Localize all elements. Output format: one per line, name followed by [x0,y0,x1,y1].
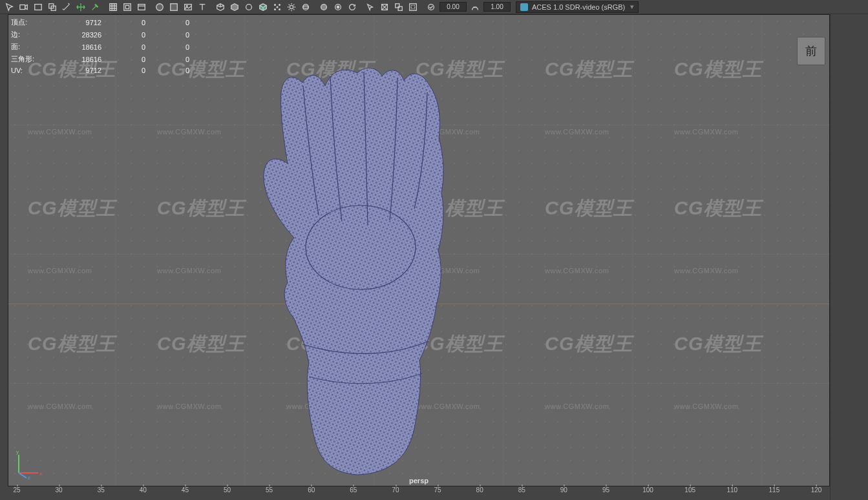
stat-row: 面:1861600 [11,41,189,53]
canvas-icon[interactable] [121,1,134,13]
ruler-tick: 110 [726,486,737,494]
xray-a-icon[interactable] [378,1,391,13]
camera-icon[interactable] [17,1,30,13]
isolate-b-icon[interactable] [332,1,344,13]
svg-rect-25 [398,6,402,10]
gamma-reset-icon[interactable] [469,1,482,13]
view-cube-label: 前 [805,43,817,59]
stat-row: 边:2832600 [11,28,189,41]
ruler-tick: 100 [642,486,653,494]
grid-icon[interactable] [107,1,120,13]
stat-row: UV:971200 [11,65,189,76]
svg-rect-24 [396,3,399,7]
cube-a-icon[interactable] [214,1,227,13]
ruler-tick: 65 [350,486,357,494]
ruler-tick: 115 [769,486,780,494]
stat-row: 三角形:1861600 [11,53,189,65]
dots-icon[interactable] [271,1,284,13]
svg-point-10 [186,5,187,6]
svg-point-16 [277,6,278,8]
shade-b-icon[interactable] [167,1,180,13]
svg-point-19 [303,6,309,8]
probe-icon[interactable] [89,1,101,13]
viewport[interactable]: 顶点:971200边:2832600面:1861600三角形:1861600UV… [8,14,830,486]
exposure-field[interactable] [439,2,467,12]
svg-text:y: y [16,449,19,455]
ruler-tick: 80 [476,486,483,494]
overlap-icon[interactable] [46,1,59,13]
ruler-tick: 95 [602,486,609,494]
xray-c-icon[interactable] [407,1,419,13]
svg-rect-0 [20,5,25,9]
wireframe-model[interactable] [248,41,467,480]
circle-icon[interactable] [242,1,255,13]
move-select-icon[interactable] [74,1,87,13]
tool-cursor-icon[interactable] [3,1,16,13]
color-swatch-icon [520,3,528,11]
right-panel [830,14,868,500]
window-icon[interactable] [135,1,148,13]
ruler-tick: 25 [13,486,20,494]
axis-gizmo: y x z [12,447,45,479]
svg-point-12 [275,4,276,5]
ruler-tick: 105 [684,486,695,494]
shade-a-icon[interactable] [153,1,166,13]
svg-point-20 [321,4,327,10]
svg-point-7 [156,3,164,10]
ruler-tick: 30 [56,486,63,494]
sphere-icon[interactable] [299,1,312,13]
svg-text:z: z [28,475,30,479]
svg-rect-4 [124,3,131,10]
exposure-reset-icon[interactable] [425,1,438,13]
time-ruler[interactable]: 2530354045505560657075808590951001051101… [8,486,830,500]
gamma-field[interactable] [483,2,511,12]
ruler-tick: 55 [266,486,273,494]
ruler-tick: 40 [140,486,147,494]
svg-rect-1 [35,4,42,10]
ruler-tick: 50 [224,486,231,494]
polycount-hud: 顶点:971200边:2832600面:1861600三角形:1861600UV… [11,16,189,76]
cube-b-icon[interactable] [228,1,241,13]
svg-text:x: x [39,471,42,477]
ruler-tick: 35 [98,486,105,494]
cube-c-icon[interactable] [257,1,270,13]
color-space-label: ACES 1.0 SDR-video (sRGB) [532,3,625,11]
stat-row: 顶点:971200 [11,16,189,28]
svg-point-13 [279,4,281,5]
svg-rect-5 [125,5,129,8]
wand-icon[interactable] [60,1,73,13]
svg-point-18 [303,4,309,10]
ruler-tick: 90 [560,486,567,494]
svg-rect-8 [171,3,178,10]
ruler-tick: 85 [518,486,525,494]
ruler-tick: 75 [434,486,441,494]
rect-icon[interactable] [32,1,45,13]
svg-point-15 [279,8,281,10]
align-pointer-icon[interactable] [364,1,377,13]
svg-point-14 [275,8,276,10]
isolate-a-icon[interactable] [317,1,330,13]
light-icon[interactable] [285,1,298,13]
left-edge-panel [0,14,8,500]
ruler-tick: 120 [811,486,822,494]
ruler-tick: 45 [182,486,189,494]
view-cube[interactable]: 前 [797,37,825,65]
chevron-down-icon: ▾ [630,3,634,11]
refresh-icon[interactable] [346,1,359,13]
ruler-tick: 70 [392,486,399,494]
svg-rect-6 [138,4,145,10]
svg-rect-26 [410,3,417,10]
text-icon[interactable] [196,1,209,13]
image-icon[interactable] [182,1,195,13]
ruler-tick: 60 [308,486,315,494]
camera-label: persp [409,477,429,484]
svg-line-33 [19,473,26,478]
svg-point-17 [290,5,293,8]
xray-b-icon[interactable] [392,1,405,13]
svg-point-22 [337,6,339,8]
top-toolbar: ACES 1.0 SDR-video (sRGB) ▾ [0,0,868,14]
svg-point-11 [246,4,252,10]
svg-rect-27 [411,5,414,8]
color-space-dropdown[interactable]: ACES 1.0 SDR-video (sRGB) ▾ [516,1,639,13]
